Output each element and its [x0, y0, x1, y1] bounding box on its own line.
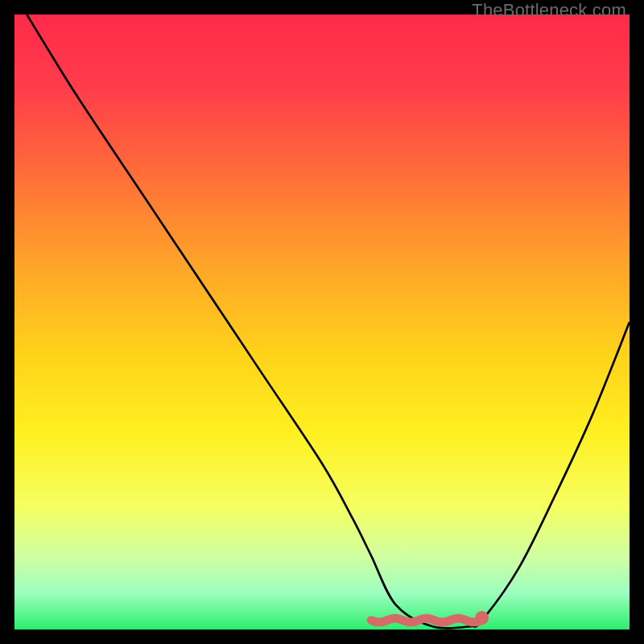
watermark-text: TheBottleneck.com: [472, 0, 626, 21]
svg-point-0: [475, 611, 489, 625]
gradient-background: [14, 14, 630, 630]
chart-frame: [14, 14, 630, 630]
bottleneck-chart: [14, 14, 630, 630]
